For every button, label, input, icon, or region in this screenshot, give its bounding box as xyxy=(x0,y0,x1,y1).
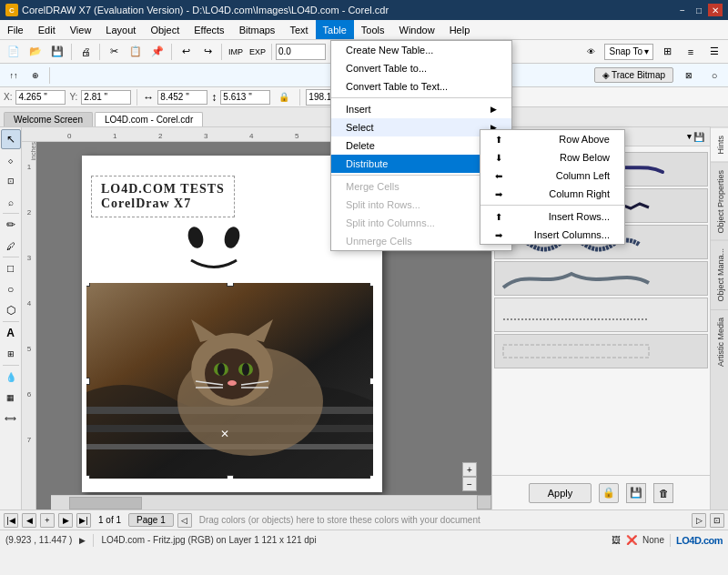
blend-tool-button[interactable]: ⟺ xyxy=(1,409,21,429)
node-tool-button[interactable]: ⬦ xyxy=(1,150,21,170)
lock-ratio-btn[interactable]: 🔒 xyxy=(274,87,294,107)
view-btn-1[interactable]: 👁 xyxy=(581,42,601,62)
tb-extra-2[interactable]: ≡ xyxy=(681,42,701,62)
submenu-row-above[interactable]: ⬆ Row Above xyxy=(480,130,624,148)
close-button[interactable]: ✕ xyxy=(708,4,723,16)
menu-table[interactable]: Table xyxy=(316,20,354,39)
menu-convert-table-text[interactable]: Convert Table to Text... xyxy=(331,77,511,96)
save-button[interactable]: 💾 xyxy=(47,42,67,62)
sel-handle-tr[interactable] xyxy=(369,283,373,287)
nav-next-btn[interactable]: ▶ xyxy=(58,513,73,528)
eyedropper-tool-button[interactable]: 💧 xyxy=(1,367,21,387)
window-controls[interactable]: − □ ✕ xyxy=(675,4,723,16)
sel-handle-mr[interactable] xyxy=(369,378,373,385)
menu-help[interactable]: Help xyxy=(442,20,478,39)
menu-edit[interactable]: Edit xyxy=(31,20,63,39)
stroke-item-5[interactable] xyxy=(494,298,708,332)
minimize-button[interactable]: − xyxy=(675,4,690,16)
menu-object[interactable]: Object xyxy=(143,20,187,39)
height-input[interactable] xyxy=(220,90,270,105)
tb2-extra[interactable]: ⊠ xyxy=(679,66,699,86)
smart-draw-button[interactable]: 🖊 xyxy=(1,236,21,256)
tb2-circle[interactable]: ○ xyxy=(704,66,724,86)
menu-create-table[interactable]: Create New Table... xyxy=(331,41,511,59)
rectangle-tool-button[interactable]: □ xyxy=(1,258,21,278)
sel-handle-br[interactable] xyxy=(369,475,373,479)
nav-expand-btn[interactable]: ▷ xyxy=(692,513,706,528)
x-input[interactable] xyxy=(15,90,66,105)
menu-bitmaps[interactable]: Bitmaps xyxy=(232,20,283,39)
nav-last-btn[interactable]: ▶| xyxy=(76,513,91,528)
sel-handle-bm[interactable] xyxy=(227,475,234,479)
cat-photo[interactable]: ✕ xyxy=(86,283,373,479)
hscroll-bar[interactable] xyxy=(51,495,477,509)
menu-effects[interactable]: Effects xyxy=(187,20,231,39)
tb-extra-3[interactable]: ☰ xyxy=(704,42,724,62)
new-button[interactable]: 📄 xyxy=(4,42,24,62)
undo-button[interactable]: ↩ xyxy=(176,42,196,62)
import-button[interactable]: IMP xyxy=(226,42,246,62)
tab-welcome[interactable]: Welcome Screen xyxy=(4,112,93,126)
pick-tool-button[interactable]: ↖ xyxy=(1,129,21,149)
crop-tool-button[interactable]: ⊡ xyxy=(1,171,21,191)
table-tool-button[interactable]: ⊞ xyxy=(1,344,21,364)
print-button[interactable]: 🖨 xyxy=(76,42,96,62)
export-button[interactable]: EXP xyxy=(248,42,268,62)
zoom-tool-button[interactable]: ⌕ xyxy=(1,192,21,212)
page-tab-item[interactable]: Page 1 xyxy=(128,513,174,527)
menu-layout[interactable]: Layout xyxy=(98,20,143,39)
apply-extra-btn[interactable]: 💾 xyxy=(626,483,646,503)
distribute-submenu[interactable]: ⬆ Row Above ⬇ Row Below ⬅ Column Left ➡ … xyxy=(480,129,625,245)
y-input[interactable] xyxy=(81,90,131,105)
sel-handle-ml[interactable] xyxy=(86,378,90,385)
artistic-media-tab[interactable]: Artistic Media xyxy=(711,309,728,374)
nav-prev-btn[interactable]: ◀ xyxy=(22,513,36,528)
freehand-tool-button[interactable]: ✏ xyxy=(1,215,21,235)
menu-text[interactable]: Text xyxy=(282,20,315,39)
menu-view[interactable]: View xyxy=(63,20,99,39)
tab-document[interactable]: LO4D.com - Corel.cdr xyxy=(95,112,203,126)
menu-tools[interactable]: Tools xyxy=(354,20,392,39)
zoom-out-btn[interactable]: − xyxy=(462,477,477,491)
submenu-insert-cols[interactable]: ➡ Insert Columns... xyxy=(480,226,624,244)
stroke-item-6[interactable] xyxy=(494,334,708,368)
nav-add-btn[interactable]: + xyxy=(40,513,55,528)
submenu-row-below[interactable]: ⬇ Row Below xyxy=(480,148,624,166)
menu-insert[interactable]: Insert ▶ xyxy=(331,100,511,118)
apply-button[interactable]: Apply xyxy=(529,483,592,503)
ellipse-tool-button[interactable]: ○ xyxy=(1,279,21,299)
sel-handle-tl[interactable] xyxy=(86,283,90,287)
paste-button[interactable]: 📌 xyxy=(147,42,167,62)
zoom-in-btn[interactable]: + xyxy=(462,462,477,477)
apply-delete-btn[interactable]: 🗑 xyxy=(653,483,673,503)
nav-resize-btn[interactable]: ◁ xyxy=(177,513,192,528)
tb2-btn1[interactable]: ↑↑ xyxy=(4,66,24,86)
nav-first-btn[interactable]: |◀ xyxy=(4,513,18,528)
zoom-input[interactable] xyxy=(276,44,326,60)
menu-convert-table-to[interactable]: Convert Table to... xyxy=(331,59,511,77)
text-frame[interactable]: LO4D.COM TESTS CorelDraw X7 xyxy=(91,176,235,217)
open-button[interactable]: 📂 xyxy=(25,42,46,62)
fill-tool-button[interactable]: ▦ xyxy=(1,388,21,408)
maximize-button[interactable]: □ xyxy=(692,4,706,16)
panel-dropdown-btn[interactable]: ▾ xyxy=(687,132,692,142)
submenu-col-right[interactable]: ➡ Column Right xyxy=(480,185,624,203)
sel-handle-bl[interactable] xyxy=(86,475,90,479)
object-props-tab[interactable]: Object Properties xyxy=(711,162,728,241)
panel-save-btn[interactable]: 💾 xyxy=(693,132,704,142)
polygon-tool-button[interactable]: ⬡ xyxy=(1,300,21,320)
copy-button[interactable]: 📋 xyxy=(126,42,146,62)
stroke-item-4[interactable] xyxy=(494,261,708,296)
redo-button[interactable]: ↪ xyxy=(197,42,217,62)
tb2-btn2[interactable]: ⊕ xyxy=(25,66,46,86)
text-tool-button[interactable]: A xyxy=(1,323,21,343)
lock-button[interactable]: 🔒 xyxy=(599,483,619,503)
menu-file[interactable]: File xyxy=(0,20,31,39)
tb-extra-1[interactable]: ⊞ xyxy=(657,42,677,62)
submenu-col-left[interactable]: ⬅ Column Left xyxy=(480,166,624,185)
trace-bitmap-button[interactable]: ◈ Trace Bitmap xyxy=(594,67,673,83)
hints-tab[interactable]: Hints xyxy=(711,127,728,162)
cut-button[interactable]: ✂ xyxy=(104,42,124,62)
snap-to-dropdown[interactable]: Snap To ▾ xyxy=(604,44,653,60)
sel-handle-tm[interactable] xyxy=(227,283,234,287)
